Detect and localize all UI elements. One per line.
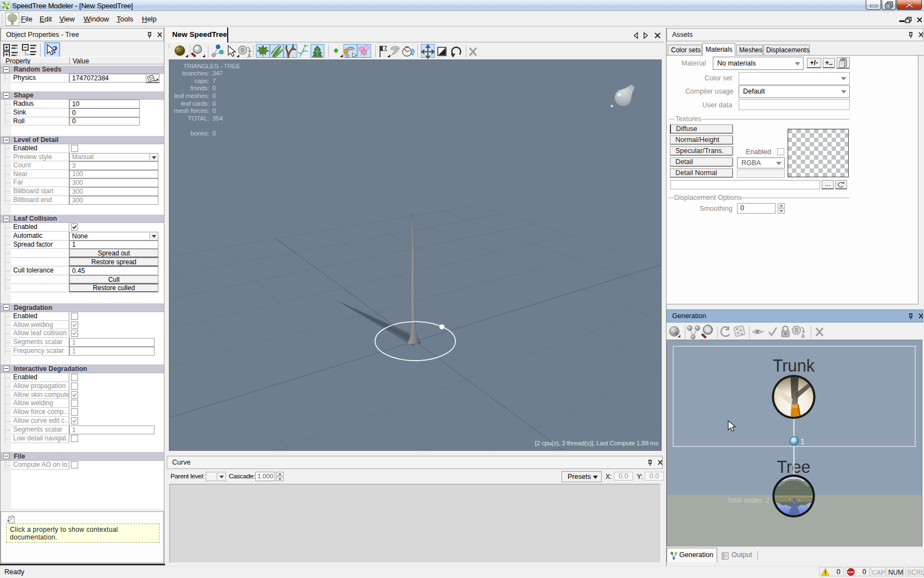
svg-text:1: 1: [800, 437, 805, 446]
svg-text:B: B: [794, 328, 798, 334]
svg-text:A: A: [247, 53, 251, 59]
svg-text:Total nodes: 2: Total nodes: 2: [727, 497, 769, 504]
svg-text:Trunk: Trunk: [773, 357, 815, 375]
svg-text:B: B: [240, 47, 244, 53]
svg-text:STOP: STOP: [848, 571, 854, 574]
svg-text:?: ?: [52, 44, 58, 56]
svg-text:A: A: [801, 333, 805, 339]
